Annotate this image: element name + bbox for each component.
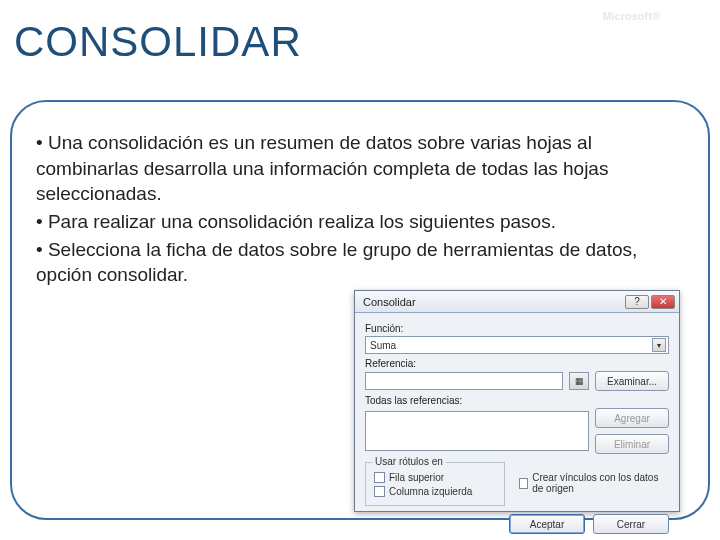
content-frame: • Una consolidación es un resumen de dat…	[10, 100, 710, 520]
range-picker-icon[interactable]: ▦	[569, 372, 589, 390]
close-icon[interactable]: ✕	[651, 295, 675, 309]
dialog-title: Consolidar	[363, 296, 416, 308]
label-todas-referencias: Todas las referencias:	[365, 395, 669, 406]
eliminar-button[interactable]: Eliminar	[595, 434, 669, 454]
aceptar-button[interactable]: Aceptar	[509, 514, 585, 534]
consolidar-dialog: Consolidar ? ✕ Función: Suma ▾ Referenci…	[354, 290, 680, 512]
checkbox-fila-superior[interactable]	[374, 472, 385, 483]
watermark-text: Microsoft®	[602, 10, 660, 22]
label-referencia: Referencia:	[365, 358, 669, 369]
funcion-value: Suma	[370, 340, 396, 351]
slide-title: CONSOLIDAR	[14, 18, 302, 66]
todas-referencias-listbox[interactable]	[365, 411, 589, 451]
label-columna-izquierda: Columna izquierda	[389, 486, 472, 497]
bullet-item: • Selecciona la ficha de datos sobre le …	[36, 237, 684, 288]
bullet-item: • Una consolidación es un resumen de dat…	[36, 130, 684, 207]
dialog-titlebar: Consolidar ? ✕	[355, 291, 679, 313]
chevron-down-icon[interactable]: ▾	[652, 338, 666, 352]
cerrar-button[interactable]: Cerrar	[593, 514, 669, 534]
rotulos-group: Usar rótulos en Fila superior Columna iz…	[365, 462, 505, 506]
label-funcion: Función:	[365, 323, 669, 334]
bullet-item: • Para realizar una consolidación realiz…	[36, 209, 684, 235]
window-buttons: ? ✕	[625, 295, 675, 309]
dialog-body: Función: Suma ▾ Referencia: ▦ Examinar..…	[355, 313, 679, 540]
group-title: Usar rótulos en	[372, 456, 446, 467]
funcion-combobox[interactable]: Suma ▾	[365, 336, 669, 354]
checkbox-crear-vinculos[interactable]	[519, 478, 528, 489]
help-icon[interactable]: ?	[625, 295, 649, 309]
agregar-button[interactable]: Agregar	[595, 408, 669, 428]
checkbox-columna-izquierda[interactable]	[374, 486, 385, 497]
referencia-input[interactable]	[365, 372, 563, 390]
examinar-button[interactable]: Examinar...	[595, 371, 669, 391]
label-fila-superior: Fila superior	[389, 472, 444, 483]
label-crear-vinculos: Crear vínculos con los datos de origen	[532, 472, 669, 494]
